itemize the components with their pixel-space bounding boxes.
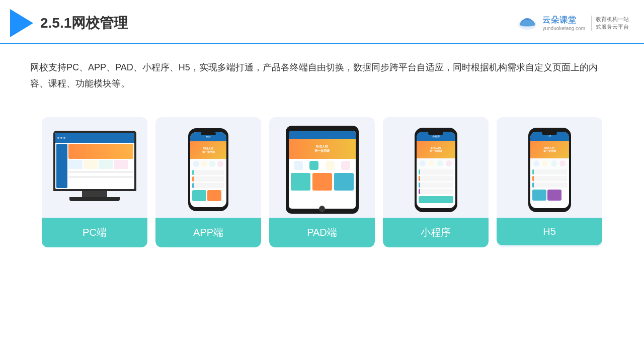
h5-phone-mockup: H5 职达人的第一堂网课 [528,128,571,212]
card-miniprogram: 小程序 职达人的第一堂网课 [383,117,489,247]
card-app: 网校 职达人的第一堂网课 [155,117,261,247]
page-title: 2.5.1网校管理 [40,14,128,33]
card-pc-label: PC端 [42,218,147,247]
card-h5-image: H5 职达人的第一堂网课 [497,117,602,218]
header-left: 2.5.1网校管理 [10,9,128,37]
card-pad: 职达人的第一堂网课 [269,117,375,247]
logo-triangle-icon [10,9,33,37]
cloud-icon [516,16,538,31]
card-miniprogram-image: 小程序 职达人的第一堂网课 [383,117,489,218]
brand-name: 云朵课堂 [542,15,577,26]
card-pad-image: 职达人的第一堂网课 [269,117,375,218]
cards-container: PC端 网校 职达人的第一堂网课 [0,102,644,262]
brand-text: 云朵课堂 yunduoketang.com [542,15,585,31]
brand-logo [516,16,538,31]
card-pc: PC端 [42,117,147,247]
card-miniprogram-label: 小程序 [383,218,489,247]
header-right: 云朵课堂 yunduoketang.com 教育机构一站 式服务云平台 [516,15,629,31]
pad-tablet-mockup: 职达人的第一堂网课 [286,126,359,214]
card-pc-image [42,117,147,218]
card-app-label: APP端 [155,218,261,247]
description-text: 网校支持PC、APP、PAD、小程序、H5，实现多端打通，产品各终端自由切换，数… [0,44,644,97]
brand-slogan: 教育机构一站 式服务云平台 [591,16,629,31]
card-app-image: 网校 职达人的第一堂网课 [155,117,261,218]
card-pad-label: PAD端 [269,218,375,247]
app-phone-mockup: 网校 职达人的第一堂网课 [188,128,228,211]
header: 2.5.1网校管理 云朵课堂 yunduoketang.com [0,0,644,44]
brand-url: yunduoketang.com [542,26,585,31]
section-number: 2.5.1 [40,15,71,31]
miniprogram-phone-mockup: 小程序 职达人的第一堂网课 [415,128,457,212]
title-text: 网校管理 [71,15,128,31]
pc-mockup [52,131,137,209]
card-h5-label: H5 [497,218,602,245]
card-h5: H5 职达人的第一堂网课 [497,117,602,247]
